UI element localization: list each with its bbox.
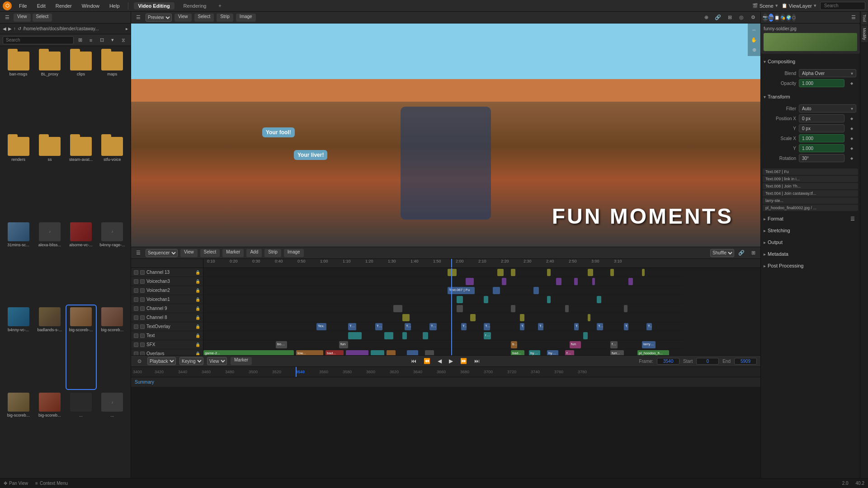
folder-steam-avat[interactable]: steam-avat... <box>66 135 96 219</box>
track-mute-icon[interactable]: 🔒 <box>195 343 200 347</box>
file-31mins[interactable]: 31mins-sc... <box>4 221 33 304</box>
list-item[interactable]: Text.004 | Join castaway.tf... <box>763 190 858 197</box>
clip[interactable]: Text <box>375 323 382 330</box>
search-input[interactable] <box>3 36 74 44</box>
clip[interactable] <box>348 332 362 339</box>
clip[interactable] <box>502 278 506 285</box>
track-mute-icon[interactable]: 🔒 <box>195 324 200 329</box>
list-item[interactable]: pl_hoodoo_final0002.jpg / ... <box>763 205 858 211</box>
menu-window[interactable]: Window <box>79 2 102 9</box>
clip[interactable] <box>470 314 476 321</box>
clip[interactable]: hyd... <box>529 350 540 355</box>
view-btn[interactable]: View <box>175 14 192 22</box>
clip[interactable] <box>574 278 578 285</box>
clip[interactable]: Tex. <box>316 323 326 330</box>
posy-value[interactable]: 0 px <box>799 124 844 132</box>
jump-start-btn[interactable]: ⏮ <box>409 357 418 365</box>
clip[interactable] <box>402 332 407 339</box>
pan-view-btn[interactable]: ✥ Pan View <box>4 481 28 486</box>
clip[interactable] <box>511 305 515 312</box>
track-visibility-checkbox[interactable] <box>134 288 138 293</box>
folder-maps[interactable]: maps <box>98 50 127 133</box>
format-menu-icon[interactable]: ☰ <box>848 214 857 223</box>
track-mute-icon[interactable]: 🔒 <box>195 270 200 275</box>
track-lock-checkbox[interactable] <box>140 288 145 293</box>
clip[interactable]: Text <box>520 323 524 330</box>
menu-help[interactable]: Help <box>107 2 123 9</box>
right-panel-menu[interactable]: ☰ <box>849 13 858 22</box>
menu-file[interactable]: File <box>16 2 30 9</box>
global-search-input[interactable] <box>820 2 865 10</box>
clip[interactable]: bo... <box>511 341 517 348</box>
clip[interactable] <box>547 269 551 276</box>
clip[interactable]: Text <box>538 323 543 330</box>
clip[interactable]: game-2... <box>203 350 294 355</box>
folder-renders[interactable]: renders <box>4 135 33 219</box>
sort-icon[interactable]: ≡ <box>86 36 95 45</box>
folder-stfu-voice[interactable]: stfu-voice <box>98 135 127 219</box>
track-visibility-checkbox[interactable] <box>134 343 138 347</box>
file-b4nny[interactable]: ♪ b4nny-rage-... <box>98 221 127 304</box>
clip[interactable]: bad... <box>326 350 344 355</box>
tab-video-editing[interactable]: Video Editing <box>134 2 175 9</box>
clip[interactable] <box>425 350 434 355</box>
marker-btn[interactable]: Marker <box>231 357 252 365</box>
clip[interactable] <box>583 332 588 339</box>
clip[interactable] <box>511 269 515 276</box>
clip[interactable]: Text <box>646 323 652 330</box>
next-frame-btn[interactable]: ⏩ <box>458 357 469 365</box>
view-mode-icon[interactable]: ⊡ <box>97 36 106 45</box>
track-lock-checkbox[interactable] <box>140 279 145 284</box>
clip[interactable]: hyd... <box>547 350 558 355</box>
post-processing-header[interactable]: ▸ Post Processing <box>761 261 860 271</box>
seq-select-btn[interactable]: Select <box>200 249 220 257</box>
tab-rendering[interactable]: Rendering <box>179 2 211 9</box>
preview-mode-select[interactable]: Preview <box>146 14 172 22</box>
clip[interactable]: fun <box>570 341 581 348</box>
track-lock-checkbox[interactable] <box>140 324 145 329</box>
nav-refresh-btn[interactable]: ↺ <box>18 26 21 31</box>
view-3d-icon[interactable]: ↔ <box>750 25 759 34</box>
nav-back-btn[interactable]: ◀ <box>3 26 6 31</box>
view-layer-selector[interactable]: 📋 ViewLayer ▾ <box>782 3 816 9</box>
jump-end-btn[interactable]: ⏭ <box>472 357 481 365</box>
context-menu-btn[interactable]: ≡ Context Menu <box>35 481 68 486</box>
list-item[interactable]: larry-ste... <box>763 197 858 204</box>
scene-icon[interactable]: 🎭 <box>780 14 785 22</box>
render-icon[interactable]: 📷 <box>763 14 768 22</box>
track-lock-checkbox[interactable] <box>140 315 145 320</box>
clip[interactable] <box>556 278 561 285</box>
filter-funnel-icon[interactable]: ⧖ <box>119 36 128 45</box>
clip[interactable] <box>597 296 601 303</box>
clip[interactable] <box>466 278 474 285</box>
world-icon[interactable]: 🌍 <box>786 14 791 22</box>
scalex-keyframe-icon[interactable]: ◆ <box>847 134 856 143</box>
overlay-icon[interactable]: ⊞ <box>725 13 734 22</box>
shuffle-select[interactable]: Shuffle <box>710 249 734 257</box>
posy-keyframe-icon[interactable]: ◆ <box>847 124 856 133</box>
clip[interactable]: Text <box>624 323 628 330</box>
filter-options-icon[interactable]: ▾ <box>108 36 117 45</box>
tool-tab-tool[interactable]: Tool <box>861 12 868 25</box>
output-icon[interactable]: 🎬 <box>769 14 774 22</box>
clip[interactable] <box>588 269 593 276</box>
clip[interactable] <box>484 296 488 303</box>
clip[interactable] <box>387 350 396 355</box>
track-mute-icon[interactable]: 🔒 <box>195 288 200 293</box>
clip[interactable]: low... <box>296 350 323 355</box>
list-item[interactable]: Text.009 | link in i... <box>763 176 858 182</box>
track-mute-icon[interactable]: 🔒 <box>195 297 200 302</box>
track-lock-checkbox[interactable] <box>140 297 145 302</box>
track-visibility-checkbox[interactable] <box>134 297 138 302</box>
clip[interactable] <box>628 278 633 285</box>
scaley-value[interactable]: 1.000 <box>799 144 844 152</box>
seq-add-btn[interactable]: Add <box>246 249 262 257</box>
clip[interactable]: pl_hoodoo_fi... <box>637 350 669 355</box>
prev-frame-btn[interactable]: ⏪ <box>422 357 432 365</box>
clip[interactable] <box>592 278 595 285</box>
folder-ban-msgs[interactable]: ban-msgs <box>4 50 33 133</box>
strip-btn[interactable]: Strip <box>217 14 233 22</box>
start-frame[interactable]: 0 <box>696 358 719 365</box>
scrub-bar[interactable]: 3400 3420 3440 3460 3480 3500 3520 3540 … <box>131 367 760 377</box>
breadcrumb-expand[interactable]: ▸ <box>126 26 128 31</box>
